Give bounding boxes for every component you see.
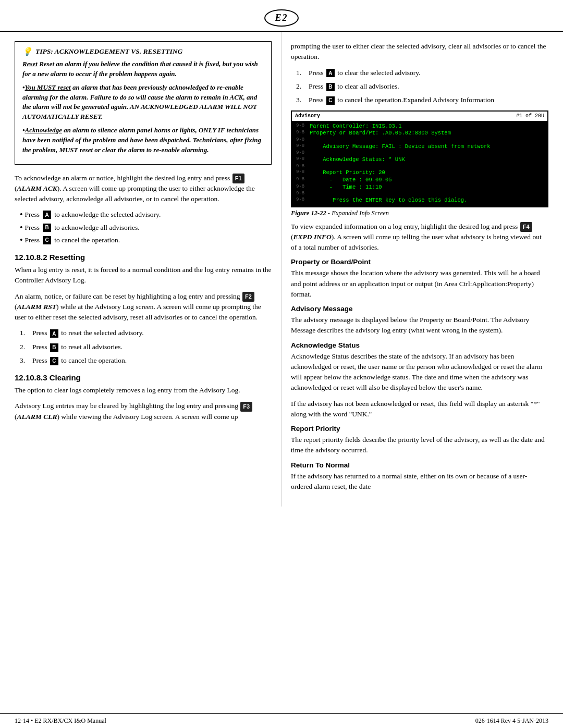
tips-box: 💡 TIPS: ACKNOWLEDGEMENT VS. RESETTING Re… — [15, 41, 272, 165]
ack-bullet-list: • Press A to acknowledge the selected ad… — [20, 209, 272, 245]
press-label-b: Press — [25, 223, 40, 233]
fig-caption: Figure 12-22 - Expanded Info Screen — [291, 209, 548, 217]
ack-bullet-c: • Press C to cancel the operation. — [20, 235, 272, 245]
resetting-heading: 12.10.8.2 Resetting — [15, 253, 272, 262]
f4-key-badge: F4 — [520, 222, 532, 232]
advisory-message-heading: Advisory Message — [291, 305, 548, 313]
resetting-body2: An alarm, notice, or failure can be rese… — [15, 291, 272, 323]
resetting-num-list: 1. Press A to reset the selected advisor… — [20, 328, 272, 366]
clearing-body2: Advisory Log entries may be cleared by h… — [15, 401, 272, 422]
clearing-cont: prompting the user to either clear the s… — [291, 41, 548, 63]
badge-clear-c: C — [326, 96, 335, 105]
reset-item-1: 1. Press A to reset the selected advisor… — [20, 328, 272, 338]
top-logo-bar: E2 — [0, 0, 563, 32]
prop-board-body: This message shows the location where th… — [291, 268, 548, 300]
screen-line-1: 9-8 Parent Controller: INIS.03.1 — [296, 123, 543, 130]
content-area: 💡 TIPS: ACKNOWLEDGEMENT VS. RESETTING Re… — [0, 32, 563, 507]
screen-line-3: 9-8 — [296, 137, 543, 143]
ack-status-heading: Acknowledge Status — [291, 341, 548, 349]
screen-line-4: 9-8 Advisory Message: FAIL : Device abse… — [296, 143, 543, 151]
ack-bullet-a: • Press A to acknowledge the selected ad… — [20, 209, 272, 220]
screen-body: 9-8 Parent Controller: INIS.03.1 9-8 Pro… — [292, 121, 547, 206]
clearing-heading: 12.10.8.3 Clearing — [15, 373, 272, 382]
press-label-a: Press — [25, 209, 40, 220]
ack-bullet-a-text: to acknowledge the selected advisory. — [54, 209, 161, 220]
ack-status-body2: If the advisory has not been acknowledge… — [291, 399, 548, 420]
badge-reset-a: A — [50, 329, 58, 338]
return-to-normal-heading: Return To Normal — [291, 461, 548, 469]
screen-line-11: 9-8 — [296, 191, 543, 197]
report-priority-heading: Report Priority — [291, 425, 548, 433]
left-column: 💡 TIPS: ACKNOWLEDGEMENT VS. RESETTING Re… — [0, 32, 282, 507]
badge-reset-b: B — [50, 343, 58, 352]
f1-key-badge: F1 — [232, 174, 244, 183]
screen-line-12: 9-8 Press the ENTER key to close this di… — [296, 197, 543, 204]
reset-item-3: 3. Press C to cancel the operation. — [20, 355, 272, 366]
clearing-num-list: 1. Press A to clear the selected advisor… — [296, 68, 548, 106]
prop-board-heading: Property or Board/Point — [291, 258, 548, 266]
screen-line-8: 9-8 Report Priority: 20 — [296, 169, 543, 177]
screen-line-2: 9-8 Property or Board/Pt: .A0.05.02:8300… — [296, 130, 543, 137]
screen-line-10: 9-8 - Time : 11:10 — [296, 184, 543, 191]
clear-item-2: 2. Press B to clear all advisories. — [296, 81, 548, 92]
badge-reset-c: C — [50, 357, 58, 365]
screen-header-left: Advisory — [295, 113, 320, 120]
footer-right: 026-1614 Rev 4 5-JAN-2013 — [475, 717, 548, 725]
screen-line-7: 9-8 — [296, 164, 543, 170]
bulb-icon: 💡 — [22, 47, 32, 56]
clearing-body1: The option to clear logs completely remo… — [15, 385, 272, 396]
ack-bullet-b-text: to acknowledge all advisories. — [54, 223, 139, 233]
ack-status-body: Acknowledge Status describes the state o… — [291, 351, 548, 393]
f3-key-badge: F3 — [240, 402, 252, 412]
footer: 12-14 • E2 RX/BX/CX I&O Manual 026-1614 … — [0, 713, 563, 728]
badge-c: C — [43, 236, 51, 244]
logo: E2 — [264, 9, 298, 27]
screen-line-6: 9-8 Acknowledge Status: * UNK — [296, 156, 543, 164]
screen-line-5: 9-8 — [296, 150, 543, 156]
press-label-c: Press — [25, 235, 40, 245]
tips-item-2: •You MUST reset an alarm that has been p… — [22, 83, 264, 122]
clear-item-3: 3. Press C to cancel the operation.Expan… — [296, 95, 548, 105]
ack-bullet-b: • Press B to acknowledge all advisories. — [20, 223, 272, 233]
reset-item-2: 2. Press B to reset all advisories. — [20, 342, 272, 352]
resetting-body1: When a log entry is reset, it is forced … — [15, 265, 272, 286]
expanded-info-screen: Advisory #1 of 20U 9-8 Parent Controller… — [291, 110, 548, 207]
clear-item-1: 1. Press A to clear the selected advisor… — [296, 68, 548, 78]
badge-a: A — [43, 211, 51, 219]
badge-b: B — [43, 224, 51, 232]
badge-clear-a: A — [326, 69, 335, 77]
ack-bullet-c-text: to cancel the operation. — [54, 235, 120, 245]
footer-left: 12-14 • E2 RX/BX/CX I&O Manual — [15, 717, 106, 725]
expd-intro-para: To view expanded information on a log en… — [291, 221, 548, 253]
badge-clear-b: B — [326, 83, 335, 91]
screen-header: Advisory #1 of 20U — [292, 112, 547, 121]
report-priority-body: The report priority fields describe the … — [291, 435, 548, 456]
return-to-normal-body: If the advisory has returned to a normal… — [291, 471, 548, 492]
tips-item-1: Reset Reset an alarm if you believe the … — [22, 59, 264, 79]
right-column: prompting the user to either clear the s… — [282, 32, 563, 507]
screen-line-9: 9-8 - Date : 09-09-05 — [296, 177, 543, 184]
tips-item-3: •Acknowledge an alarm to silence alarm p… — [22, 126, 264, 155]
ack-intro-para: To acknowledge an alarm or notice, highl… — [15, 173, 272, 205]
f2-key-badge: F2 — [242, 292, 254, 302]
tips-title: 💡 TIPS: ACKNOWLEDGEMENT VS. RESETTING — [22, 47, 264, 56]
screen-header-right: #1 of 20U — [516, 113, 544, 120]
advisory-message-body: The advisory message is displayed below … — [291, 315, 548, 336]
